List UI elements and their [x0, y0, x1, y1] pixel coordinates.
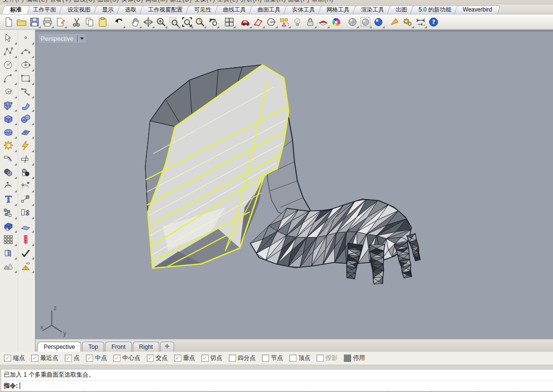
boolean-union-tool-button[interactable] — [0, 166, 17, 179]
explode-tool-button[interactable] — [0, 139, 17, 152]
workspace-tab-15[interactable]: Weaverbird — [454, 5, 501, 14]
osnap-checkbox[interactable]: ✓ — [201, 355, 209, 362]
save-button[interactable] — [28, 15, 41, 28]
zoom-selected-button[interactable] — [193, 15, 206, 28]
torus-tool-button[interactable] — [0, 125, 17, 139]
curve-edit-tool-button[interactable] — [0, 179, 17, 192]
workspace-tab-8[interactable]: 曲线工具 — [214, 5, 255, 14]
osnap-7[interactable]: ✓垂点 — [174, 354, 195, 362]
copy-button[interactable] — [83, 15, 96, 28]
workspace-tab-11[interactable]: 网格工具 — [318, 5, 358, 14]
scale-tool-button[interactable] — [18, 192, 34, 206]
osnap-checkbox[interactable] — [289, 355, 296, 362]
shaded-view-button[interactable] — [346, 15, 359, 28]
circle-radius-button[interactable] — [265, 15, 278, 28]
workspace-tab-14[interactable]: 5.0 的新功能 — [410, 5, 460, 14]
align-tool-button[interactable] — [18, 233, 34, 246]
cut-button[interactable] — [70, 15, 83, 28]
solid-edit-tool-button[interactable] — [0, 219, 17, 233]
osnap-checkbox[interactable]: ✓ — [4, 355, 11, 362]
box-tool-button[interactable] — [0, 112, 17, 125]
osnap-checkbox[interactable] — [262, 355, 269, 362]
layer-button[interactable] — [317, 15, 329, 28]
paste-button[interactable] — [96, 15, 109, 28]
selection-filter-button[interactable] — [278, 15, 291, 28]
print-button[interactable] — [41, 15, 54, 28]
osnap-1[interactable]: ✓端点 — [4, 354, 25, 362]
export-button[interactable] — [54, 15, 67, 28]
osnap-checkbox[interactable]: ✓ — [174, 355, 181, 362]
primitive-rocks-tool-button[interactable] — [0, 260, 17, 273]
osnap-4[interactable]: ✓中点 — [86, 354, 107, 362]
render-preview-button[interactable] — [359, 15, 372, 28]
workspace-tab-9[interactable]: 曲面工具 — [249, 5, 289, 14]
osnap-13[interactable]: 停用 — [344, 354, 365, 362]
osnap-checkbox[interactable]: ✓ — [113, 355, 120, 362]
viewport-layout-button[interactable] — [223, 15, 235, 28]
workspace-tab-6[interactable]: 工作视窗配置 — [140, 5, 191, 14]
array-tool-button[interactable] — [18, 206, 34, 219]
osnap-6[interactable]: ✓交点 — [147, 354, 168, 362]
osnap-checkbox[interactable]: ✓ — [147, 355, 154, 362]
fillet-tool-button[interactable] — [18, 139, 34, 152]
rotate-view-button[interactable] — [141, 15, 154, 28]
block-tool-button[interactable] — [0, 206, 17, 219]
mesh-plane-tool-button[interactable] — [18, 125, 34, 139]
perspective-viewport[interactable]: xyz Perspective — [35, 30, 553, 339]
viewport-tab-perspective[interactable]: Perspective — [37, 342, 81, 352]
surface-patch-tool-button[interactable] — [0, 98, 17, 112]
open-file-button[interactable] — [15, 15, 28, 28]
osnap-disable-checkbox[interactable] — [344, 355, 351, 362]
circle-tool-button[interactable] — [0, 58, 17, 71]
workspace-tab-10[interactable]: 实体工具 — [283, 5, 324, 14]
undo-button[interactable] — [112, 15, 125, 28]
lightbulb-button[interactable] — [291, 15, 304, 28]
osnap-checkbox[interactable] — [317, 355, 324, 362]
viewport-tab-add-button[interactable] — [160, 342, 174, 352]
notification-cone-button[interactable] — [388, 15, 401, 28]
pan-button[interactable] — [129, 15, 141, 28]
osnap-3[interactable]: ✓点 — [65, 354, 80, 362]
rectangle-tool-button[interactable] — [18, 71, 34, 85]
blend-curve-tool-button[interactable] — [18, 85, 34, 98]
ellipse-tool-button[interactable] — [18, 58, 34, 71]
osnap-2[interactable]: ✓最近点 — [31, 354, 59, 362]
osnap-11[interactable]: 顶点 — [289, 354, 310, 362]
pyramid-tool-button[interactable] — [18, 260, 34, 273]
group-surface-tool-button[interactable] — [0, 246, 17, 260]
zoom-in-button[interactable] — [154, 15, 167, 28]
text-tool-button[interactable]: T — [0, 192, 17, 206]
cplane-button[interactable] — [252, 15, 265, 28]
boolean-difference-tool-button[interactable] — [18, 166, 34, 179]
workspace-tab-3[interactable]: 设定视图 — [59, 5, 99, 14]
viewport-tab-top[interactable]: Top — [82, 342, 104, 352]
command-input-line[interactable]: 指令: — [0, 380, 553, 391]
undo-view-button[interactable] — [206, 15, 219, 28]
workspace-tab-2[interactable]: 工作平面 — [24, 5, 65, 14]
osnap-9[interactable]: 四分点 — [229, 354, 256, 362]
emission-tool-button[interactable] — [18, 219, 34, 233]
osnap-checkbox[interactable] — [229, 355, 236, 362]
viewport-tab-front[interactable]: Front — [105, 342, 131, 352]
zoom-window-button[interactable] — [167, 15, 180, 28]
offset-tool-button[interactable] — [18, 179, 34, 192]
point-tool-button[interactable] — [18, 31, 34, 45]
chevron-down-icon[interactable] — [80, 37, 84, 40]
split-tool-button[interactable] — [18, 152, 34, 166]
workspace-tab-12[interactable]: 渲染工具 — [353, 5, 393, 14]
osnap-5[interactable]: ✓中心点 — [113, 354, 141, 362]
select-tool-button[interactable] — [0, 31, 17, 45]
grid-array-tool-button[interactable] — [0, 233, 17, 246]
osnap-8[interactable]: ✓切点 — [201, 354, 223, 362]
polyline-tool-button[interactable] — [0, 45, 17, 58]
lock-button[interactable] — [304, 15, 317, 28]
surface-bend-tool-button[interactable] — [18, 98, 34, 112]
dimension-button[interactable] — [414, 15, 427, 28]
arc-tool-button[interactable] — [0, 71, 17, 85]
named-view-car-button[interactable] — [239, 15, 252, 28]
sphere-tool-button[interactable] — [18, 112, 34, 125]
polygon-tool-button[interactable] — [0, 85, 17, 98]
osnap-checkbox[interactable]: ✓ — [86, 355, 93, 362]
menu-bar-clipped[interactable]: 文件(F) 编辑(E) 查看(V) 曲线(C) 曲面(S) 实体(O) 网格(M… — [0, 0, 553, 4]
options-gears-button[interactable] — [401, 15, 414, 28]
